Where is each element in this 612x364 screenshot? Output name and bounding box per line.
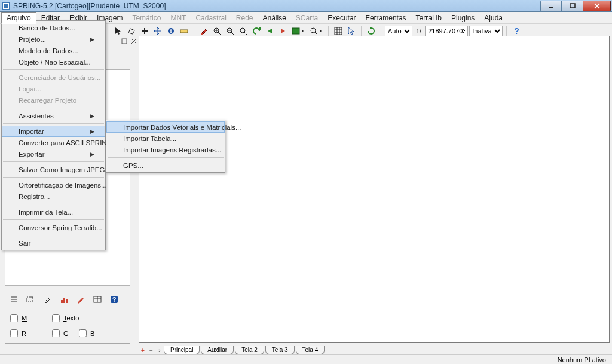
dd-imprimir[interactable]: Imprimir da Tela... xyxy=(2,206,105,218)
dd-logar[interactable]: Logar... xyxy=(2,83,105,94)
dd-ortoretificacao[interactable]: Ortoretificação de Imagens... xyxy=(2,179,105,191)
sm-importar-vetoriais[interactable]: Importar Dados Vetoriais e Matriciais... xyxy=(106,121,225,133)
tab-auxiliar[interactable]: Auxiliar xyxy=(201,346,234,354)
check-g[interactable]: G xyxy=(52,329,79,338)
check-texto-rest: exto xyxy=(67,314,79,322)
svg-text:?: ? xyxy=(112,296,117,303)
toolbar-scale-input[interactable] xyxy=(425,26,468,36)
dd-banco-dados[interactable]: Banco de Dados... xyxy=(2,22,105,33)
toolbar-poly-icon[interactable] xyxy=(126,25,137,37)
dd-gerenciador[interactable]: Gerenciador de Usuários... xyxy=(2,72,105,83)
toolbar-sep-4 xyxy=(381,26,381,36)
toolbar-sep-5 xyxy=(506,26,507,36)
toolbar-undo-icon[interactable] xyxy=(250,25,262,37)
window-buttons xyxy=(540,1,611,11)
map-canvas[interactable] xyxy=(139,36,610,343)
sm-sep xyxy=(108,157,224,158)
dd-projeto[interactable]: Projeto...▶ xyxy=(2,33,105,45)
toolbar-help-icon[interactable]: ? xyxy=(510,26,523,36)
check-r[interactable]: R xyxy=(10,329,52,338)
menu-terralib[interactable]: TerraLib xyxy=(411,13,446,23)
toolbar-info-icon[interactable]: i xyxy=(165,25,177,37)
dd-conversor[interactable]: Conversor Spring Terralib... xyxy=(2,222,105,233)
dd-registro[interactable]: Registro... xyxy=(2,191,105,202)
check-b[interactable]: B xyxy=(79,329,106,338)
dd-recarregar[interactable]: Recarregar Projeto xyxy=(2,94,105,106)
dd-sep xyxy=(3,108,104,108)
view-tabs: + − › Principal Auxiliar Tela 2 Tela 3 T… xyxy=(139,345,610,355)
menu-cadastral[interactable]: Cadastral xyxy=(191,13,231,23)
tab-right-icon[interactable]: › xyxy=(155,346,164,354)
toolbar-pencil-icon[interactable] xyxy=(198,25,210,37)
toolbar-zoom-in-icon[interactable] xyxy=(211,25,223,37)
tools-icon[interactable] xyxy=(42,294,53,305)
dd-sep xyxy=(3,123,104,124)
toolbar-refresh-icon[interactable] xyxy=(365,25,377,37)
toolbar-next-icon[interactable] xyxy=(277,25,289,37)
check-m[interactable]: M xyxy=(10,313,52,323)
dd-importar[interactable]: Importar▶ xyxy=(2,126,105,137)
toolbar-grid-icon[interactable] xyxy=(332,25,344,37)
table-icon[interactable] xyxy=(92,294,103,305)
dd-assistentes[interactable]: Assistentes▶ xyxy=(2,110,105,121)
tab-tela3[interactable]: Tela 3 xyxy=(265,346,295,354)
toolbar-cursor-icon[interactable] xyxy=(112,25,124,37)
menu-analise[interactable]: Análise xyxy=(258,13,291,23)
minimize-button[interactable] xyxy=(540,1,562,11)
maximize-button[interactable] xyxy=(562,1,583,11)
menu-ferramentas[interactable]: Ferramentas xyxy=(361,13,411,23)
menu-plugins[interactable]: Plugins xyxy=(446,13,479,23)
svg-rect-17 xyxy=(63,298,65,303)
tab-add-icon[interactable]: + xyxy=(139,346,147,354)
list-icon[interactable] xyxy=(8,294,19,305)
dd-sep xyxy=(3,161,104,162)
dd-modelo-dados[interactable]: Modelo de Dados... xyxy=(2,45,105,56)
sm-importar-tabela[interactable]: Importar Tabela... xyxy=(106,133,225,144)
menu-arquivo[interactable]: Arquivo xyxy=(1,12,36,24)
toolbar-zoom-out-icon[interactable] xyxy=(224,25,236,37)
toolbar-scale-prefix: 1/ xyxy=(416,27,421,35)
dd-converter[interactable]: Converter para ASCII SPRING... xyxy=(2,137,105,148)
tab-remove-icon[interactable]: − xyxy=(147,346,155,354)
svg-rect-3 xyxy=(549,7,553,8)
menu-mnt[interactable]: MNT xyxy=(166,13,191,23)
display-options-box: M Texto R G B xyxy=(5,308,130,344)
toolbar-auto-select[interactable]: Auto xyxy=(385,26,412,36)
dd-sair[interactable]: Sair xyxy=(2,237,105,249)
svg-rect-7 xyxy=(180,30,188,33)
dd-objeto[interactable]: Objeto / Não Espacial... xyxy=(2,56,105,68)
svg-rect-15 xyxy=(27,297,33,302)
toolbar-plus-icon[interactable] xyxy=(139,25,151,37)
toolbar-cursor2-icon[interactable] xyxy=(345,25,357,37)
toolbar-zoom-page-icon[interactable] xyxy=(308,25,325,37)
select-icon[interactable] xyxy=(25,294,36,305)
pencil-icon[interactable] xyxy=(75,294,86,305)
toolbar-ruler-icon[interactable] xyxy=(178,25,190,37)
dd-exportar[interactable]: Exportar▶ xyxy=(2,148,105,160)
toolbar-inactive-select[interactable]: Inativa xyxy=(469,26,503,36)
tab-principal[interactable]: Principal xyxy=(164,346,200,354)
check-texto[interactable]: Texto xyxy=(52,313,106,323)
menu-tematico[interactable]: Temático xyxy=(127,13,166,23)
toolbar-prev-icon[interactable] xyxy=(264,25,276,37)
menu-executar[interactable]: Executar xyxy=(323,13,360,23)
menu-scarta[interactable]: SCarta xyxy=(291,13,323,23)
sm-gps[interactable]: GPS... xyxy=(106,160,225,171)
dd-sep xyxy=(3,235,104,235)
toolbar-move-icon[interactable] xyxy=(152,25,164,37)
close-button[interactable] xyxy=(583,1,611,11)
menu-rede[interactable]: Rede xyxy=(231,13,258,23)
chart-icon[interactable] xyxy=(59,294,69,305)
tab-tela2[interactable]: Tela 2 xyxy=(235,346,264,354)
sm-importar-imagens[interactable]: Importar Imagens Registradas... xyxy=(106,144,225,155)
svg-rect-18 xyxy=(66,299,68,303)
toolbar-layers-icon[interactable] xyxy=(290,25,307,37)
menu-ajuda[interactable]: Ajuda xyxy=(479,13,507,23)
dd-salvar-jpeg[interactable]: Salvar Como Imagem JPEG... xyxy=(2,164,105,175)
panel-float-icon[interactable] xyxy=(120,37,128,45)
help-icon[interactable]: ? xyxy=(109,294,120,305)
tab-tela4[interactable]: Tela 4 xyxy=(296,346,325,354)
toolbar-zoom-icon[interactable] xyxy=(237,25,249,37)
svg-rect-14 xyxy=(122,39,127,44)
panel-close-icon[interactable] xyxy=(130,37,138,45)
